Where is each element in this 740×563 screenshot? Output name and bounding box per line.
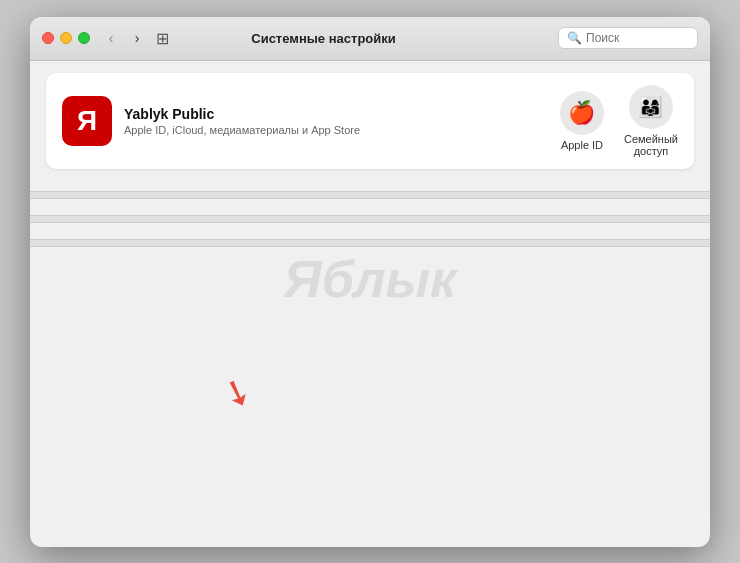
profile-subtitle: Apple ID, iCloud, медиаматериалы и App S… xyxy=(124,124,560,136)
profile-section[interactable]: Я Yablyk Public Apple ID, iCloud, медиам… xyxy=(46,73,694,169)
watermark: Яблык xyxy=(284,249,457,309)
profile-right-icons: 🍎 Apple ID 👨‍👩‍👧 Семейныйдоступ xyxy=(560,85,678,157)
apple-id-label: Apple ID xyxy=(561,139,603,151)
titlebar: ‹ › ⊞ Системные настройки 🔍 xyxy=(30,17,710,61)
search-box[interactable]: 🔍 xyxy=(558,27,698,49)
window-title: Системные настройки xyxy=(89,31,558,46)
search-icon: 🔍 xyxy=(567,31,582,45)
close-button[interactable] xyxy=(42,32,54,44)
family-button[interactable]: 👨‍👩‍👧 Семейныйдоступ xyxy=(624,85,678,157)
traffic-lights xyxy=(42,32,90,44)
apple-icon: 🍎 xyxy=(560,91,604,135)
section-divider-3 xyxy=(30,239,710,247)
minimize-button[interactable] xyxy=(60,32,72,44)
section-divider-2 xyxy=(30,215,710,223)
search-input[interactable] xyxy=(586,31,689,45)
section-divider-1 xyxy=(30,191,710,199)
profile-text: Yablyk Public Apple ID, iCloud, медиамат… xyxy=(124,106,560,136)
apple-id-button[interactable]: 🍎 Apple ID xyxy=(560,91,604,151)
profile-name: Yablyk Public xyxy=(124,106,560,122)
main-content: Яблык Я Yablyk Public Apple ID, iCloud, … xyxy=(30,61,710,547)
family-label: Семейныйдоступ xyxy=(624,133,678,157)
family-icon: 👨‍👩‍👧 xyxy=(629,85,673,129)
profile-icon: Я xyxy=(62,96,112,146)
